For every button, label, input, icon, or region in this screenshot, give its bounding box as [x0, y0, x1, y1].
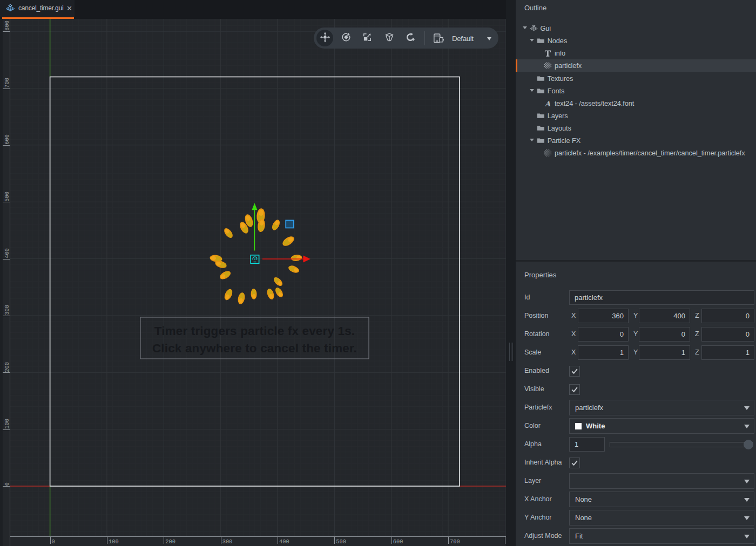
alpha-input[interactable]: [569, 437, 605, 452]
position-x-input[interactable]: [578, 309, 629, 323]
h-ruler-label: 100: [109, 538, 119, 545]
adjust-mode-dropdown[interactable]: Fit: [569, 528, 754, 544]
property-label: Inherit Alpha: [524, 459, 562, 466]
outline-row-nodes[interactable]: Nodes: [516, 35, 756, 47]
camera-reset-icon: [404, 31, 416, 45]
folder-icon: [537, 136, 545, 145]
v-ruler-label: 300: [4, 305, 10, 315]
property-label: Color: [524, 422, 541, 429]
h-ruler-label: 0: [52, 538, 55, 545]
property-label: Id: [524, 294, 530, 301]
position-z-input[interactable]: [701, 309, 754, 323]
folder-icon: [537, 74, 545, 83]
property-label: Alpha: [524, 440, 542, 448]
rotate-tool-icon: [340, 31, 352, 45]
gui-icon: [530, 24, 538, 32]
tab-close-icon[interactable]: ✕: [66, 4, 72, 12]
move-tool-icon: [319, 31, 331, 45]
outline-row-textures[interactable]: Textures: [516, 72, 756, 85]
dropdown-caret-icon: [744, 425, 750, 428]
property-label: Layer: [524, 477, 541, 484]
particlefx-icon: [544, 149, 552, 157]
property-label: Y Anchor: [524, 514, 552, 521]
property-label: Rotation: [524, 330, 550, 338]
tab-title: cancel_timer.gui: [18, 4, 64, 12]
dropdown-caret-icon: [744, 480, 750, 483]
dropdown-caret-icon: [744, 498, 750, 502]
property-row-visible: Visible: [516, 380, 756, 399]
layout-selector-label[interactable]: Default: [452, 35, 474, 43]
defold-editor-window: cancel_timer.gui ✕ Timer triggers partic…: [0, 0, 756, 546]
v-ruler-label: 0: [4, 482, 10, 486]
frustum-tool-icon: [383, 31, 395, 45]
scale-z-input[interactable]: [701, 345, 754, 360]
property-row-rotation: RotationXYZ: [516, 325, 756, 344]
tab-cancel-timer-gui[interactable]: cancel_timer.gui ✕: [0, 0, 75, 17]
layer-dropdown[interactable]: [569, 473, 754, 489]
position-y-input[interactable]: [639, 309, 690, 323]
inherit-alpha-checkbox[interactable]: [569, 458, 580, 468]
outline-row-info[interactable]: info: [516, 47, 756, 59]
outline-row-particlefx[interactable]: particlefx - /examples/timer/cancel_time…: [516, 147, 756, 159]
alpha-slider-knob[interactable]: [744, 440, 753, 449]
h-ruler-tick: [448, 537, 449, 544]
v-ruler-tick: [3, 202, 10, 202]
y-anchor-dropdown[interactable]: None: [569, 510, 754, 525]
property-row-particlefx: Particlefx particlefx: [516, 399, 756, 417]
outline-row-particle[interactable]: Particle FX: [516, 134, 756, 147]
particlefx-dropdown[interactable]: particlefx: [569, 400, 754, 415]
expander-icon[interactable]: [530, 39, 534, 42]
panel-splitter[interactable]: [506, 0, 516, 546]
svg-text:A: A: [544, 99, 551, 107]
outline-row-layers[interactable]: Layers: [516, 110, 756, 122]
expander-icon[interactable]: [530, 89, 534, 92]
window-left-edge: [0, 19, 3, 546]
color-dropdown[interactable]: White: [569, 418, 754, 434]
property-row-layer: Layer: [516, 472, 756, 490]
camera-perspective-button[interactable]: [402, 30, 418, 46]
h-ruler-label: 700: [450, 538, 460, 545]
text-node-line1: Timer triggers particle fx every 1s.: [154, 324, 355, 338]
outline-row-fonts[interactable]: Fonts: [516, 85, 756, 97]
x-anchor-dropdown[interactable]: None: [569, 492, 754, 507]
canvas-background: [10, 19, 506, 536]
expander-icon[interactable]: [530, 139, 534, 141]
folder-icon: [537, 37, 545, 45]
layout-device-icon: [432, 32, 444, 46]
rotation-z-input[interactable]: [701, 327, 754, 342]
gizmo-screen-handle[interactable]: [286, 220, 294, 228]
axis-label-z: Z: [695, 349, 699, 356]
scene-canvas[interactable]: Timer triggers particle fx every 1s.Clic…: [10, 19, 506, 536]
enabled-checkbox[interactable]: [569, 366, 580, 377]
property-row-scale: ScaleXYZ: [516, 344, 756, 362]
alpha-slider-track[interactable]: [610, 442, 753, 447]
scale-y-input[interactable]: [639, 345, 690, 360]
outline-row-text24[interactable]: Atext24 - /assets/text24.font: [516, 97, 756, 110]
expander-icon[interactable]: [523, 26, 527, 29]
frustum-culling-button[interactable]: [381, 30, 397, 46]
rotation-x-input[interactable]: [578, 327, 629, 342]
outline-row-layouts[interactable]: Layouts: [516, 122, 756, 134]
outline-row-label: particlefx - /examples/timer/cancel_time…: [555, 149, 745, 157]
scale-x-input[interactable]: [578, 345, 629, 360]
particlefx-icon: [544, 62, 552, 70]
outline-row-particlefx[interactable]: particlefx: [516, 59, 756, 72]
outline-row-label: Textures: [548, 74, 573, 83]
outline-row-gui[interactable]: Gui: [516, 22, 756, 35]
move-tool-button[interactable]: [316, 30, 333, 46]
id-input[interactable]: [569, 290, 754, 305]
color-swatch: [575, 423, 582, 429]
outline-row-label: info: [555, 49, 565, 57]
folder-icon: [537, 124, 545, 132]
v-ruler-label: 600: [4, 134, 10, 145]
property-row-enabled: Enabled: [516, 362, 756, 380]
scale-tool-button[interactable]: [359, 30, 375, 46]
outline-row-label: Layers: [548, 112, 568, 120]
layout-caret-icon[interactable]: [487, 37, 491, 40]
property-label: Scale: [524, 349, 541, 356]
v-ruler-tick: [3, 88, 10, 89]
rotation-y-input[interactable]: [639, 327, 690, 342]
visible-checkbox[interactable]: [569, 384, 580, 395]
dropdown-caret-icon: [744, 516, 750, 520]
rotate-tool-button[interactable]: [338, 30, 354, 46]
